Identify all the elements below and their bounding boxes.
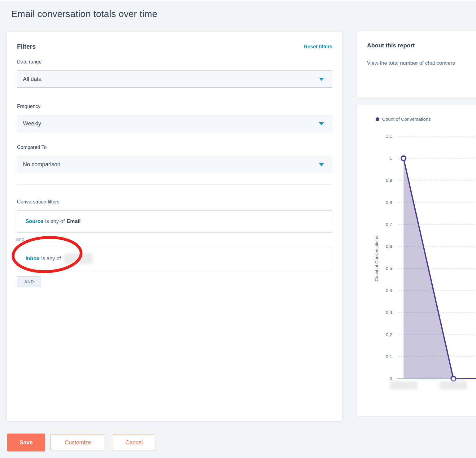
redacted-x-tick-label-blur xyxy=(390,381,417,390)
y-tick-label: 0.6 xyxy=(386,244,392,249)
compared-to-select[interactable]: No comparison xyxy=(17,156,332,173)
filter-row-inbox[interactable]: Inbox is any of xyxy=(17,247,332,270)
y-tick-label: 0.3 xyxy=(386,310,392,315)
y-tick-label: 0.8 xyxy=(386,200,392,205)
frequency-value: Weekly xyxy=(23,120,41,127)
chart-legend: Count of Conversations xyxy=(376,116,431,122)
area-fill xyxy=(404,158,453,379)
y-tick-label: 0.5 xyxy=(386,266,392,271)
date-range-select[interactable]: All data xyxy=(17,70,332,88)
cancel-button[interactable]: Cancel xyxy=(113,434,155,451)
y-tick-label: 0 xyxy=(390,376,392,381)
chevron-down-icon xyxy=(319,163,324,166)
redacted-filter-value-blur xyxy=(64,253,93,264)
customize-button[interactable]: Customize xyxy=(50,434,105,451)
chevron-down-icon xyxy=(319,78,324,81)
filter-property: Inbox xyxy=(25,255,39,262)
about-report-body: View the total number of chat convers xyxy=(367,60,455,66)
filter-value: Email xyxy=(67,218,81,225)
filters-heading: Filters xyxy=(17,43,36,50)
y-tick-label: 0.7 xyxy=(386,222,392,227)
and-button[interactable]: AND xyxy=(17,276,41,287)
data-point-marker xyxy=(451,377,456,381)
compared-to-label: Compared To xyxy=(17,145,47,150)
reset-filters-link[interactable]: Reset filters xyxy=(304,44,332,50)
y-tick-label: 0.4 xyxy=(386,288,392,293)
y-tick-label: 1.1 xyxy=(386,134,392,139)
legend-dot-icon xyxy=(376,117,379,121)
save-button[interactable]: Save xyxy=(7,434,45,451)
filter-connector-label: and xyxy=(15,237,25,242)
frequency-select[interactable]: Weekly xyxy=(17,115,332,132)
y-tick-label: 0.1 xyxy=(386,354,392,359)
section-divider xyxy=(17,184,332,185)
y-tick-label: 1 xyxy=(390,156,392,161)
chart-card: Count of Conversations 00.10.20.30.40.50… xyxy=(357,105,476,416)
conversation-filters-heading: Conversation filters xyxy=(17,199,59,205)
y-axis-title: Count of Conversations xyxy=(374,236,379,281)
filter-operator: is any of xyxy=(45,218,65,225)
y-tick-label: 0.2 xyxy=(386,332,392,337)
redacted-x-tick-label-blur xyxy=(440,381,467,390)
frequency-label: Frequency xyxy=(17,104,41,109)
page-title: Email conversation totals over time xyxy=(11,9,157,19)
data-point-marker xyxy=(401,156,406,161)
filter-property: Source xyxy=(25,218,43,225)
about-report-card: About this report View the total number … xyxy=(357,31,476,98)
top-edge-strip xyxy=(0,0,476,1)
compared-to-value: No comparison xyxy=(23,161,60,168)
filter-operator: is any of xyxy=(41,255,61,262)
filters-card: Filters Reset filters Date range All dat… xyxy=(7,32,342,421)
series-line xyxy=(404,158,476,379)
date-range-label: Date range xyxy=(17,59,41,65)
legend-label: Count of Conversations xyxy=(382,116,431,122)
chevron-down-icon xyxy=(319,122,324,125)
about-report-heading: About this report xyxy=(367,42,415,49)
filter-row-source[interactable]: Source is any of Email xyxy=(17,210,332,233)
date-range-value: All data xyxy=(23,76,41,82)
y-tick-label: 0.9 xyxy=(386,178,392,183)
